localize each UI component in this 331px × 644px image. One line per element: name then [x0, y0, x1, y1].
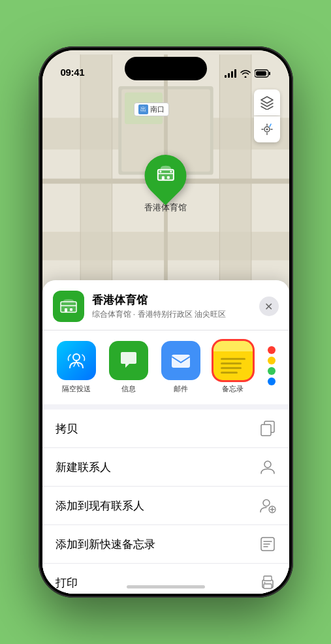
svg-rect-25	[162, 176, 165, 180]
battery-icon	[255, 69, 271, 78]
svg-rect-48	[264, 584, 272, 588]
mail-label: 邮件	[174, 384, 188, 394]
notes-icon	[213, 341, 253, 380]
phone-screen: 09:41	[42, 50, 289, 594]
venue-info: 香港体育馆 综合体育馆 · 香港特别行政区 油尖旺区	[92, 293, 259, 320]
action-add-existing[interactable]: 添加到现有联系人	[42, 487, 289, 525]
bottom-sheet: 香港体育馆 综合体育馆 · 香港特别行政区 油尖旺区 ✕	[42, 280, 289, 594]
svg-rect-2	[231, 71, 233, 78]
venue-icon	[53, 291, 84, 322]
notes-line-4	[221, 372, 238, 374]
copy-icon	[259, 420, 276, 437]
share-item-messages[interactable]: 信息	[105, 341, 152, 394]
svg-point-33	[73, 354, 80, 361]
svg-rect-5	[269, 72, 270, 75]
signal-icon	[225, 69, 236, 78]
new-contact-label: 新建联系人	[55, 460, 111, 475]
share-item-mail[interactable]: 邮件	[157, 341, 204, 394]
svg-rect-31	[65, 308, 67, 312]
messages-label: 信息	[121, 384, 136, 394]
share-row: 隔空投送 信息	[42, 330, 289, 410]
notes-line-3	[221, 367, 242, 369]
notes-line-2	[221, 362, 242, 364]
svg-rect-34	[172, 355, 190, 368]
notes-lines	[221, 355, 245, 376]
print-icon	[259, 574, 276, 591]
add-note-icon	[259, 536, 276, 553]
close-button[interactable]: ✕	[259, 297, 279, 316]
venue-sub: 综合体育馆 · 香港特别行政区 油尖旺区	[92, 309, 259, 320]
svg-rect-32	[70, 308, 72, 311]
svg-point-37	[264, 461, 271, 468]
pin-circle	[136, 146, 195, 206]
svg-point-22	[266, 129, 268, 131]
nankou-label: 出 南口	[134, 103, 169, 116]
map-pin: 香港体育馆	[144, 155, 187, 214]
svg-rect-0	[225, 75, 227, 78]
add-note-label: 添加到新快速备忘录	[55, 537, 155, 552]
status-time: 09:41	[61, 67, 85, 78]
sheet-header: 香港体育馆 综合体育馆 · 香港特别行政区 油尖旺区 ✕	[42, 280, 289, 330]
notes-header	[213, 341, 253, 351]
svg-point-38	[263, 500, 270, 506]
dot-blue	[268, 378, 276, 385]
share-item-notes[interactable]: 备忘录	[210, 341, 257, 394]
layers-button[interactable]	[254, 89, 280, 116]
airdrop-icon	[57, 341, 96, 380]
share-item-more[interactable]	[262, 341, 281, 394]
add-existing-icon	[259, 497, 276, 514]
status-icons	[225, 69, 271, 78]
action-print[interactable]: 打印	[42, 564, 289, 594]
svg-rect-6	[256, 71, 266, 76]
svg-rect-36	[261, 425, 271, 436]
svg-rect-3	[234, 69, 236, 78]
add-existing-label: 添加到现有联系人	[55, 498, 144, 513]
notes-line-1	[221, 358, 245, 360]
svg-rect-47	[264, 576, 272, 581]
notes-label: 备忘录	[222, 384, 244, 394]
svg-rect-29	[61, 302, 76, 312]
pin-icon	[155, 163, 176, 189]
dot-red	[268, 346, 276, 354]
action-copy[interactable]: 拷贝	[42, 410, 289, 448]
more-dots	[268, 341, 276, 391]
new-contact-icon	[259, 459, 276, 475]
nankou-prefix: 出	[138, 105, 148, 114]
messages-icon	[109, 341, 148, 380]
airdrop-label: 隔空投送	[62, 384, 91, 394]
action-add-note[interactable]: 添加到新快速备忘录	[42, 525, 289, 564]
nankou-text: 南口	[150, 105, 165, 114]
share-item-airdrop[interactable]: 隔空投送	[53, 341, 100, 394]
map-controls	[254, 89, 280, 142]
phone-frame: 09:41	[39, 46, 293, 598]
svg-point-49	[264, 582, 265, 583]
action-list: 拷贝 新建联系人 添加到现有联系人	[42, 410, 289, 594]
location-button[interactable]	[254, 116, 280, 142]
wifi-icon	[240, 69, 251, 78]
dynamic-island	[125, 57, 207, 80]
dot-yellow	[268, 357, 276, 364]
action-new-contact[interactable]: 新建联系人	[42, 448, 289, 487]
home-indicator	[127, 585, 205, 588]
svg-rect-1	[228, 73, 230, 78]
copy-label: 拷贝	[55, 421, 78, 436]
venue-name: 香港体育馆	[92, 293, 259, 308]
mail-icon	[161, 341, 200, 380]
print-label: 打印	[55, 575, 78, 590]
dot-green	[268, 367, 276, 375]
